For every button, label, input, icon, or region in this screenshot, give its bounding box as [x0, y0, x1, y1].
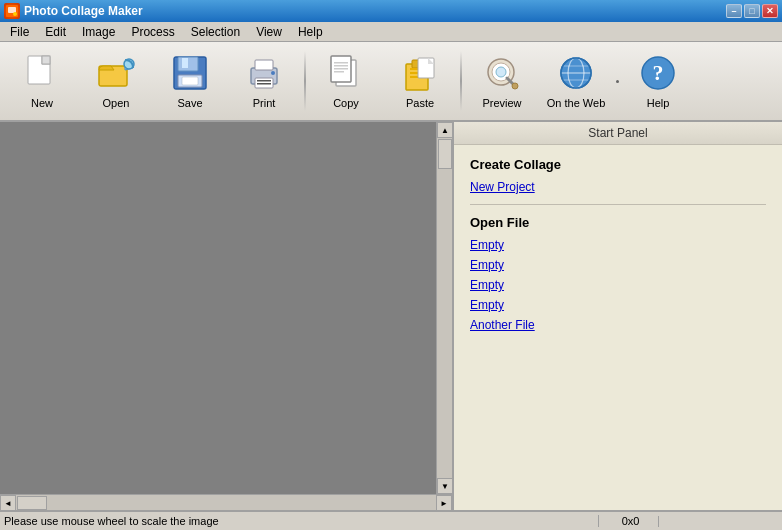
scrollbar-bottom[interactable]: ◄ ►: [0, 494, 452, 510]
status-coord: 0x0: [598, 515, 658, 527]
panel-divider-1: [470, 204, 766, 205]
help-button[interactable]: ? Help: [622, 46, 694, 116]
preview-icon: [482, 53, 522, 93]
panel-content: Create Collage New Project Open File Emp…: [454, 145, 782, 510]
copy-button[interactable]: Copy: [310, 46, 382, 116]
scroll-thumb-bottom[interactable]: [17, 496, 47, 510]
app-icon: [4, 3, 20, 19]
print-label: Print: [253, 97, 276, 109]
menu-item-image[interactable]: Image: [74, 23, 123, 41]
toolbar-separator-2: [460, 51, 462, 111]
svg-rect-22: [334, 65, 348, 67]
svg-rect-24: [334, 71, 344, 73]
toolbar: New Open Save: [0, 42, 782, 122]
help-label: Help: [647, 97, 670, 109]
open-link-4[interactable]: Another File: [470, 318, 766, 332]
ontheweb-button[interactable]: On the Web: [540, 46, 612, 116]
maximize-button[interactable]: □: [744, 4, 760, 18]
open-button[interactable]: Open: [80, 46, 152, 116]
ontheweb-label: On the Web: [547, 97, 606, 109]
open-link-0[interactable]: Empty: [470, 238, 766, 252]
save-label: Save: [177, 97, 202, 109]
open-link-1[interactable]: Empty: [470, 258, 766, 272]
new-icon: [22, 53, 62, 93]
scrollbar-right[interactable]: ▲ ▼: [436, 122, 452, 494]
menu-bar: FileEditImageProcessSelectionViewHelp: [0, 22, 782, 42]
svg-point-36: [512, 83, 518, 89]
toolbar-separator-1: [304, 51, 306, 111]
svg-rect-5: [42, 56, 50, 64]
print-button[interactable]: Print: [228, 46, 300, 116]
open-link-2[interactable]: Empty: [470, 278, 766, 292]
canvas-wrapper: ▲ ▼ ◄ ►: [0, 122, 452, 510]
svg-rect-16: [257, 80, 271, 82]
toolbar-dot-sep: [614, 61, 620, 101]
status-bar: Please use mouse wheel to scale the imag…: [0, 510, 782, 530]
open-label: Open: [103, 97, 130, 109]
paste-icon: [400, 53, 440, 93]
panel-title: Start Panel: [454, 122, 782, 145]
scroll-track-bottom[interactable]: [16, 495, 436, 510]
preview-label: Preview: [482, 97, 521, 109]
svg-rect-17: [257, 83, 271, 85]
new-project-link[interactable]: New Project: [470, 180, 766, 194]
scroll-left-arrow[interactable]: ◄: [0, 495, 16, 511]
scroll-thumb-right[interactable]: [438, 139, 452, 169]
status-right: [658, 516, 778, 527]
svg-rect-23: [334, 68, 348, 70]
menu-item-process[interactable]: Process: [123, 23, 182, 41]
paste-label: Paste: [406, 97, 434, 109]
title-bar: Photo Collage Maker – □ ✕: [0, 0, 782, 22]
svg-point-34: [496, 67, 506, 77]
app-title: Photo Collage Maker: [24, 4, 726, 18]
svg-rect-12: [182, 77, 198, 85]
new-button[interactable]: New: [6, 46, 78, 116]
menu-item-edit[interactable]: Edit: [37, 23, 74, 41]
copy-label: Copy: [333, 97, 359, 109]
canvas-area[interactable]: [0, 122, 436, 494]
save-icon: [170, 53, 210, 93]
scroll-down-arrow[interactable]: ▼: [437, 478, 452, 494]
paste-button[interactable]: Paste: [384, 46, 456, 116]
svg-rect-30: [418, 58, 434, 78]
open-links-container: EmptyEmptyEmptyEmptyAnother File: [470, 238, 766, 332]
menu-item-selection[interactable]: Selection: [183, 23, 248, 41]
svg-rect-10: [182, 58, 188, 68]
svg-point-2: [13, 12, 17, 16]
open-link-3[interactable]: Empty: [470, 298, 766, 312]
scroll-track-right[interactable]: [437, 138, 452, 478]
create-section-title: Create Collage: [470, 157, 766, 172]
canvas-scroll-wrapper: ▲ ▼: [0, 122, 452, 494]
svg-rect-21: [334, 62, 348, 64]
right-panel: Start Panel Create Collage New Project O…: [452, 122, 782, 510]
status-message: Please use mouse wheel to scale the imag…: [4, 515, 598, 527]
copy-icon: [326, 53, 366, 93]
menu-item-view[interactable]: View: [248, 23, 290, 41]
main-area: ▲ ▼ ◄ ► Start Panel Create Collage New P…: [0, 122, 782, 510]
help-icon: ?: [638, 53, 678, 93]
scroll-right-arrow[interactable]: ►: [436, 495, 452, 511]
save-button[interactable]: Save: [154, 46, 226, 116]
ontheweb-icon: [556, 53, 596, 93]
print-icon: [244, 53, 284, 93]
new-label: New: [31, 97, 53, 109]
scroll-up-arrow[interactable]: ▲: [437, 122, 452, 138]
minimize-button[interactable]: –: [726, 4, 742, 18]
svg-text:?: ?: [653, 60, 664, 85]
close-button[interactable]: ✕: [762, 4, 778, 18]
window-controls: – □ ✕: [726, 4, 778, 18]
open-icon: [96, 53, 136, 93]
svg-point-18: [271, 71, 275, 75]
menu-item-file[interactable]: File: [2, 23, 37, 41]
menu-item-help[interactable]: Help: [290, 23, 331, 41]
preview-button[interactable]: Preview: [466, 46, 538, 116]
svg-rect-14: [255, 60, 273, 70]
open-section-title: Open File: [470, 215, 766, 230]
